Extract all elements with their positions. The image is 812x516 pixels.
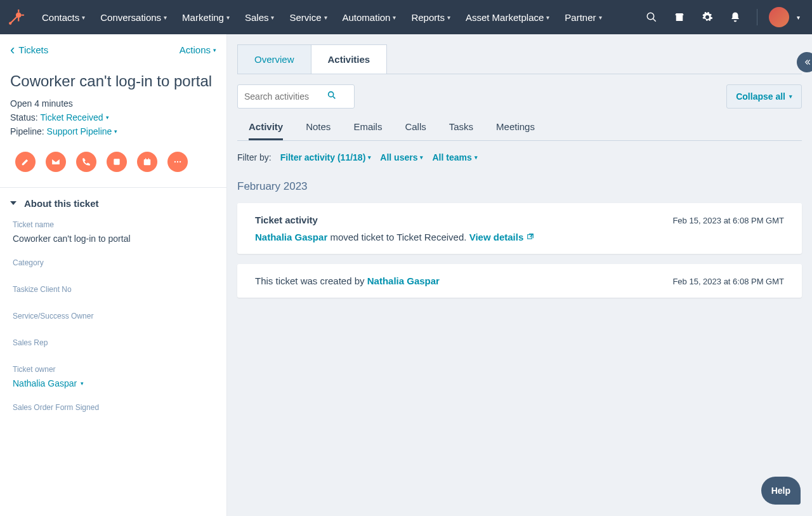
- filter-teams-dropdown[interactable]: All teams▾: [432, 152, 477, 162]
- status-dropdown[interactable]: Ticket Received▾: [40, 112, 108, 122]
- month-header: February 2023: [237, 180, 802, 193]
- nav-partner[interactable]: Partner▾: [558, 12, 608, 23]
- svg-rect-7: [145, 158, 146, 159]
- pipeline-label: Pipeline:: [10, 126, 44, 136]
- call-button[interactable]: [76, 152, 96, 172]
- caret-down-icon: [10, 201, 16, 205]
- about-title: About this ticket: [24, 198, 99, 209]
- gear-icon[interactable]: [695, 4, 720, 30]
- pipeline-dropdown[interactable]: Support Pipeline▾: [47, 126, 118, 136]
- open-line: Open 4 minutes: [10, 98, 216, 109]
- about-section-toggle[interactable]: About this ticket: [0, 187, 226, 215]
- collapse-panel-icon[interactable]: [797, 52, 812, 72]
- account-chevron-icon[interactable]: ▾: [792, 4, 804, 30]
- nav-automation[interactable]: Automation▾: [336, 12, 403, 23]
- note-button[interactable]: [15, 152, 36, 172]
- subtab-tasks[interactable]: Tasks: [449, 121, 473, 140]
- subtab-meetings[interactable]: Meetings: [496, 121, 535, 140]
- taskize-label: Taskize Client No: [13, 285, 214, 294]
- nav-marketing[interactable]: Marketing▾: [176, 12, 236, 23]
- nav-sales[interactable]: Sales▾: [239, 12, 281, 23]
- nav-reports[interactable]: Reports▾: [405, 12, 457, 23]
- collapse-all-button[interactable]: Collapse all▾: [726, 84, 802, 109]
- status-label: Status:: [10, 112, 38, 122]
- activity-text: moved ticket to Ticket Received.: [327, 232, 469, 242]
- more-button[interactable]: [167, 152, 188, 172]
- tab-activities[interactable]: Activities: [311, 44, 388, 74]
- nav-conversations[interactable]: Conversations▾: [94, 12, 173, 23]
- sales-rep-label: Sales Rep: [13, 338, 214, 347]
- ticket-name-label: Ticket name: [13, 220, 214, 229]
- svg-point-10: [177, 161, 178, 162]
- svg-line-3: [653, 18, 656, 22]
- ticket-owner-label: Ticket owner: [13, 365, 214, 374]
- nav-service[interactable]: Service▾: [283, 12, 333, 23]
- svg-point-12: [329, 92, 334, 97]
- subtab-emails[interactable]: Emails: [353, 121, 382, 140]
- activity-user-link[interactable]: Nathalia Gaspar: [255, 232, 327, 242]
- nav-contacts[interactable]: Contacts▾: [36, 12, 91, 23]
- svg-rect-8: [148, 158, 149, 159]
- ticket-title: Coworker can't log-in to portal: [10, 71, 216, 91]
- email-button[interactable]: [46, 152, 66, 172]
- avatar[interactable]: [769, 7, 789, 27]
- category-label: Category: [13, 258, 214, 267]
- svg-point-1: [9, 22, 11, 25]
- task-button[interactable]: [137, 152, 157, 172]
- hubspot-logo[interactable]: [8, 8, 25, 26]
- subtab-calls[interactable]: Calls: [405, 121, 426, 140]
- ticket-sidebar: Tickets Actions▾ Coworker can't log-in t…: [0, 34, 227, 516]
- filter-activity-dropdown[interactable]: Filter activity (11/18)▾: [280, 152, 372, 162]
- view-details-link[interactable]: View details: [469, 232, 535, 242]
- svg-point-9: [174, 161, 176, 162]
- subtab-activity[interactable]: Activity: [249, 121, 283, 140]
- activity-text: This ticket was created by: [255, 275, 367, 286]
- activity-user-link[interactable]: Nathalia Gaspar: [367, 275, 440, 286]
- svg-point-2: [647, 13, 654, 20]
- actions-dropdown[interactable]: Actions▾: [180, 44, 216, 55]
- search-input[interactable]: [244, 91, 327, 102]
- svg-rect-5: [114, 159, 119, 164]
- subtab-notes[interactable]: Notes: [306, 121, 331, 140]
- svg-point-11: [180, 161, 181, 162]
- svg-rect-6: [144, 159, 151, 165]
- card-time: Feb 15, 2023 at 6:08 PM GMT: [672, 277, 784, 286]
- sales-order-label: Sales Order Form Signed: [13, 403, 214, 412]
- svg-line-13: [333, 96, 335, 98]
- ticket-owner-dropdown[interactable]: Nathalia Gaspar▾: [13, 378, 84, 388]
- search-box[interactable]: [237, 84, 355, 109]
- bell-icon[interactable]: [723, 4, 748, 30]
- service-owner-label: Service/Success Owner: [13, 312, 214, 321]
- log-button[interactable]: [107, 152, 127, 172]
- filter-users-dropdown[interactable]: All users▾: [380, 152, 423, 162]
- card-title: Ticket activity: [255, 215, 318, 225]
- activity-card: Ticket activity Feb 15, 2023 at 6:08 PM …: [237, 203, 802, 254]
- top-nav: Contacts▾ Conversations▾ Marketing▾ Sale…: [0, 0, 812, 34]
- filter-label: Filter by:: [237, 152, 272, 162]
- activity-panel: Overview Activities Collapse all▾ Activi…: [227, 34, 812, 516]
- svg-rect-14: [528, 235, 532, 239]
- tab-overview[interactable]: Overview: [237, 44, 311, 74]
- ticket-name-value[interactable]: Coworker can't log-in to portal: [13, 234, 131, 244]
- back-tickets-link[interactable]: Tickets: [10, 44, 48, 55]
- help-button[interactable]: Help: [761, 477, 801, 505]
- search-icon[interactable]: [639, 4, 664, 30]
- svg-rect-4: [676, 15, 683, 21]
- nav-asset-marketplace[interactable]: Asset Marketplace▾: [459, 12, 556, 23]
- card-time: Feb 15, 2023 at 6:08 PM GMT: [672, 216, 784, 225]
- marketplace-icon[interactable]: [667, 4, 692, 30]
- search-icon[interactable]: [327, 90, 337, 103]
- activity-card: This ticket was created by Nathalia Gasp…: [237, 264, 802, 298]
